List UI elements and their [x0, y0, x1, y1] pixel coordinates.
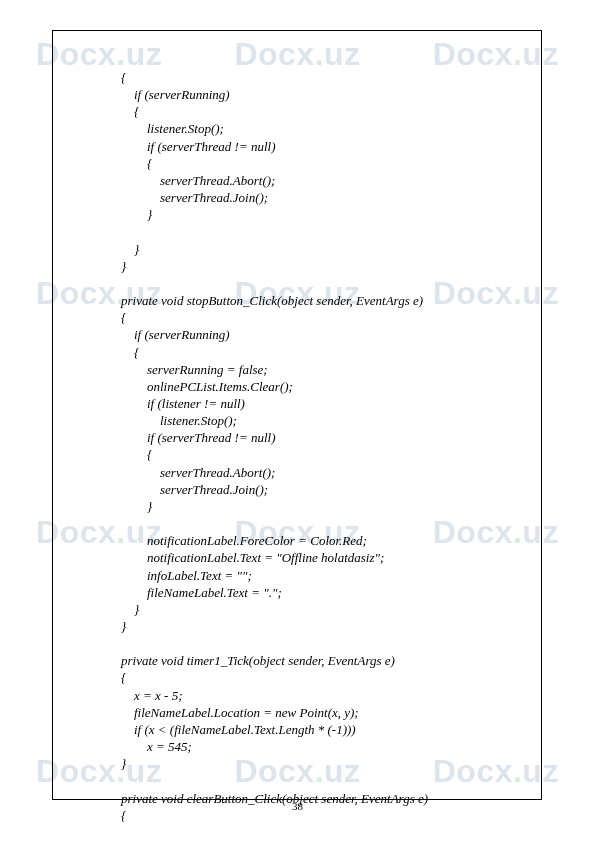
page-number: 38	[0, 800, 595, 812]
page: Docx.uz Docx.uz Docx.uz Docx.uz Docx.uz …	[0, 0, 595, 842]
code-block: { if (serverRunning) { listener.Stop(); …	[95, 69, 535, 824]
